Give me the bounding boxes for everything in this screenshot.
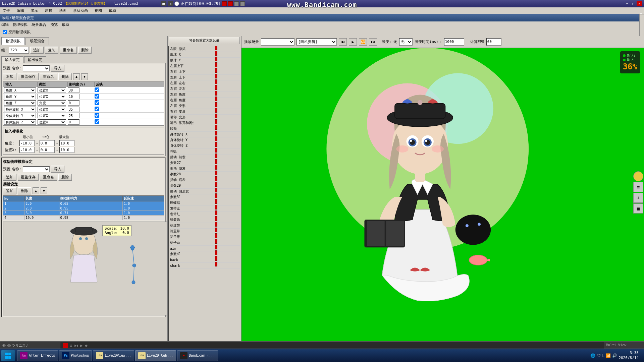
table-row[interactable]: 4 10.0 0.95 1.0 xyxy=(3,216,164,220)
view-tool[interactable]: ≡ xyxy=(633,182,643,192)
fade-select[interactable]: 无 xyxy=(399,38,413,46)
angle-center-input[interactable] xyxy=(40,140,55,146)
rename-group-btn[interactable]: 重命名 xyxy=(60,47,77,54)
start-button[interactable] xyxy=(1,350,15,361)
param-slider-6[interactable] xyxy=(195,81,237,85)
rec-stop[interactable] xyxy=(234,1,239,6)
param-slider-29[interactable] xyxy=(195,212,237,216)
input-reflect-3[interactable] xyxy=(95,107,99,111)
play-prev-btn[interactable]: ⏮ xyxy=(339,38,347,46)
minimize-btn[interactable]: ─ xyxy=(625,1,630,6)
param-slider-31[interactable] xyxy=(195,223,237,227)
param-slider-16[interactable] xyxy=(195,138,237,142)
param-slider-33[interactable] xyxy=(195,235,237,239)
param-slider-5[interactable] xyxy=(195,75,237,79)
input-type-5[interactable]: 位置X xyxy=(38,119,66,125)
param-slider-32[interactable] xyxy=(195,229,237,233)
input-type-3[interactable]: 位置X xyxy=(38,107,66,112)
input-type-1[interactable]: 位置X xyxy=(38,94,66,99)
param-slider-22[interactable] xyxy=(195,172,237,176)
play-next-btn[interactable]: ⏭ xyxy=(369,38,377,46)
menu-file[interactable]: 文件 xyxy=(1,7,11,14)
input-type-2[interactable]: 角度 xyxy=(38,100,66,106)
param-slider-20[interactable] xyxy=(195,161,237,165)
param-slider-13[interactable] xyxy=(195,121,237,125)
preset-select[interactable] xyxy=(23,65,50,71)
settings-icon[interactable]: ⚙ xyxy=(70,343,72,348)
close-btn[interactable]: ✕ xyxy=(637,1,642,6)
menu-help[interactable]: 帮助 xyxy=(107,7,117,14)
copy-group-btn[interactable]: 复制 xyxy=(45,47,58,54)
param-slider-24[interactable] xyxy=(195,183,237,187)
param-slider-15[interactable] xyxy=(195,132,237,136)
input-reflect-2[interactable] xyxy=(95,100,99,105)
submenu-help[interactable]: 帮助 xyxy=(62,22,69,27)
group-select[interactable]: Z23 xyxy=(9,47,29,54)
delete-preset-btn[interactable]: 删除 xyxy=(58,73,72,80)
param-slider-23[interactable] xyxy=(195,178,237,182)
posx-max-input[interactable] xyxy=(59,147,74,153)
param-slider-9[interactable] xyxy=(195,98,237,102)
input-influence-4[interactable] xyxy=(68,113,79,118)
eye-icon-0[interactable]: 👁 xyxy=(2,343,6,348)
input-influence-5[interactable] xyxy=(68,119,79,125)
mp-preset-select[interactable] xyxy=(23,166,50,172)
rec-rewind-icon[interactable]: ◀ xyxy=(168,1,173,6)
param-slider-11[interactable] xyxy=(195,109,237,113)
next-frame-icon[interactable]: ⏭ xyxy=(85,343,89,348)
scene-select[interactable] xyxy=(261,38,294,46)
tab-output[interactable]: 输出设定 xyxy=(24,56,46,63)
up-btn[interactable]: ▲ xyxy=(73,73,80,80)
mp-import-btn[interactable]: 导入 xyxy=(51,166,64,173)
apply-physics-checkbox[interactable] xyxy=(3,30,7,34)
add-tool[interactable]: + xyxy=(633,193,643,203)
rec-dot[interactable] xyxy=(63,343,68,348)
pendulum-up-btn[interactable]: ▲ xyxy=(33,187,39,194)
param-slider-21[interactable] xyxy=(195,166,237,170)
param-slider-10[interactable] xyxy=(195,104,237,108)
angle-min-input[interactable] xyxy=(19,140,35,146)
input-reflect-1[interactable] xyxy=(95,94,99,99)
loop-btn[interactable]: 🔁 xyxy=(359,38,367,46)
param-reset-btn[interactable]: 将参数重置为默认值 xyxy=(169,37,240,44)
menu-shapeanim[interactable]: 形状动画 xyxy=(72,7,89,14)
param-slider-12[interactable] xyxy=(195,115,237,119)
submenu-physics[interactable]: 物理模拟 xyxy=(13,22,28,27)
maximize-btn[interactable]: □ xyxy=(631,1,636,6)
param-slider-7[interactable] xyxy=(195,86,237,90)
menu-edit[interactable]: 编辑 xyxy=(15,7,25,14)
rec-pause[interactable] xyxy=(240,1,245,6)
taskbar-ps[interactable]: Ps Photoshop xyxy=(59,350,92,361)
add-group-btn[interactable]: 追加 xyxy=(30,47,44,54)
param-slider-2[interactable] xyxy=(195,58,237,62)
import-btn[interactable]: 导入 xyxy=(51,65,64,72)
input-influence-2[interactable] xyxy=(68,100,79,106)
param-slider-34[interactable] xyxy=(195,240,237,244)
submenu-preview[interactable]: 预览 xyxy=(50,22,58,27)
tab-scene-blend[interactable]: 场景混合 xyxy=(25,37,49,45)
param-slider-27[interactable] xyxy=(195,200,237,204)
table-row[interactable]: 1 2.0 0.65 1.0 xyxy=(3,201,164,206)
input-reflect-0[interactable] xyxy=(95,87,99,92)
input-type-4[interactable]: 位置X xyxy=(38,113,66,118)
mp-delete-btn[interactable]: 删除 xyxy=(58,174,72,181)
param-slider-18[interactable] xyxy=(195,149,237,153)
param-slider-25[interactable] xyxy=(195,189,237,193)
tab-input[interactable]: 输入设定 xyxy=(1,56,23,63)
submenu-edit[interactable]: 编辑 xyxy=(1,22,9,27)
fade-time-input[interactable] xyxy=(444,38,464,46)
prev-frame-icon[interactable]: ⏮ xyxy=(74,343,78,348)
param-slider-19[interactable] xyxy=(195,155,237,159)
taskbar-ae[interactable]: Ae After Effects xyxy=(17,350,58,361)
param-slider-38[interactable] xyxy=(195,263,237,267)
param-slider-14[interactable] xyxy=(195,126,237,130)
menu-model[interactable]: 建模 xyxy=(44,7,54,14)
overwrite-preset-btn[interactable]: 覆盖保存 xyxy=(18,73,39,80)
input-name-0[interactable]: 角度 X xyxy=(4,87,36,93)
input-name-4[interactable]: 身体旋转 Y xyxy=(4,113,36,118)
param-slider-4[interactable] xyxy=(195,69,237,73)
taskbar-live2d[interactable]: L2D Live2D Cub... xyxy=(135,350,176,361)
param-slider-35[interactable] xyxy=(195,246,237,250)
input-reflect-5[interactable] xyxy=(95,119,99,124)
param-slider-1[interactable] xyxy=(195,52,237,56)
